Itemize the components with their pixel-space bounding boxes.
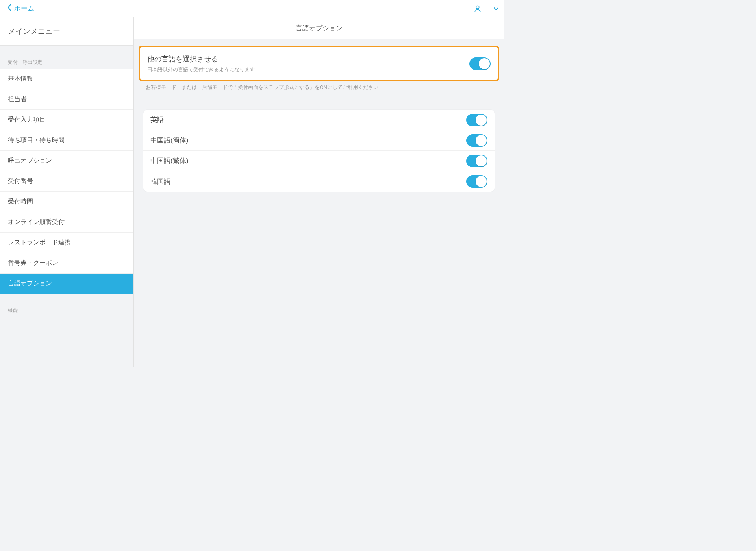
language-toggle-chinese-simplified[interactable] [466,134,487,147]
sidebar-item-ticket-coupon[interactable]: 番号券・クーポン [0,253,133,274]
sidebar: メインメニュー 受付・呼出設定 基本情報 担当者 受付入力項目 待ち項目・待ち時… [0,17,134,367]
sidebar-item-label: 呼出オプション [8,157,52,165]
language-label: 英語 [150,115,164,124]
sidebar-item-label: 受付入力項目 [8,116,46,124]
language-toggle-chinese-traditional[interactable] [466,155,487,167]
sidebar-item-basic-info[interactable]: 基本情報 [0,69,133,89]
sidebar-item-label: レストランボード連携 [8,239,71,247]
sidebar-item-label: 受付番号 [8,177,33,185]
sidebar-item-label: 待ち項目・待ち時間 [8,136,65,144]
sidebar-item-label: 受付時間 [8,198,33,206]
language-row-chinese-simplified: 中国語(簡体) [143,130,495,151]
content-title: 言語オプション [134,17,504,39]
topbar: ホーム [0,0,504,17]
topbar-actions [473,4,499,13]
sidebar-item-reception-hours[interactable]: 受付時間 [0,192,133,212]
content: 言語オプション 他の言語を選択させる 日本語以外の言語で受付できるようになります… [134,17,504,367]
sidebar-item-label: 番号券・クーポン [8,259,58,267]
back-button[interactable]: ホーム [7,4,34,13]
content-title-label: 言語オプション [296,24,343,33]
chevron-left-icon [7,4,12,13]
sidebar-main-menu-label: メインメニュー [8,26,60,37]
user-icon[interactable] [473,4,482,13]
allow-other-language-setting: 他の言語を選択させる 日本語以外の言語で受付できるようになります [139,46,499,81]
sidebar-item-online-queue[interactable]: オンライン順番受付 [0,212,133,233]
sidebar-item-label: 基本情報 [8,75,33,83]
allow-other-language-toggle[interactable] [469,57,491,70]
sidebar-item-reception-number[interactable]: 受付番号 [0,171,133,192]
helper-note: お客様モード、または、店舗モードで「受付画面をステップ形式にする」をONにしてご… [146,84,492,91]
language-row-korean: 韓国語 [143,171,495,192]
svg-point-0 [476,6,479,9]
language-toggle-korean[interactable] [466,175,487,188]
sidebar-main-menu[interactable]: メインメニュー [0,17,133,46]
language-list: 英語 中国語(簡体) 中国語(繁体) 韓国語 [143,110,495,192]
language-row-english: 英語 [143,110,495,130]
sidebar-item-wait-items[interactable]: 待ち項目・待ち時間 [0,130,133,151]
sidebar-section-label-2: 機能 [0,294,133,317]
sidebar-item-staff[interactable]: 担当者 [0,89,133,110]
sidebar-item-label: 担当者 [8,95,27,104]
language-label: 韓国語 [150,177,170,186]
language-label: 中国語(繁体) [150,156,188,165]
sidebar-section-label: 受付・呼出設定 [0,46,133,69]
back-label: ホーム [14,4,34,13]
sidebar-item-language-options[interactable]: 言語オプション [0,274,133,294]
sidebar-item-restaurant-board[interactable]: レストランボード連携 [0,233,133,253]
sidebar-item-label: 言語オプション [8,279,52,288]
setting-title: 他の言語を選択させる [147,54,255,64]
language-row-chinese-traditional: 中国語(繁体) [143,151,495,171]
setting-subtitle: 日本語以外の言語で受付できるようになります [147,66,255,73]
sidebar-item-label: オンライン順番受付 [8,218,65,226]
chevron-down-icon[interactable] [493,6,499,12]
language-toggle-english[interactable] [466,114,487,126]
language-label: 中国語(簡体) [150,136,188,145]
sidebar-item-call-options[interactable]: 呼出オプション [0,151,133,171]
sidebar-item-reception-fields[interactable]: 受付入力項目 [0,110,133,130]
sidebar-list: 基本情報 担当者 受付入力項目 待ち項目・待ち時間 呼出オプション 受付番号 受… [0,69,133,294]
